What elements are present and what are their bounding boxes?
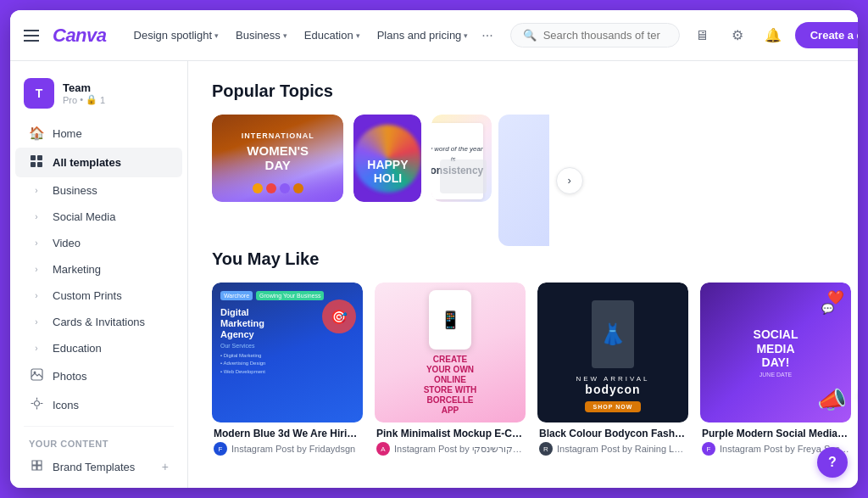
team-name: Team <box>63 81 105 94</box>
sidebar-divider <box>24 426 174 427</box>
topic-card-womensday[interactable]: INTERNATIONAL WOMEN'SDAY International W… <box>212 115 343 202</box>
card-image-pink: 📱 CREATEYOUR OWNONLINESTORE WITHBORCELLE… <box>375 283 526 422</box>
templates-icon <box>29 154 44 171</box>
chevron-down-icon: ▾ <box>464 31 468 40</box>
card-pink-store[interactable]: 📱 CREATEYOUR OWNONLINESTORE WITHBORCELLE… <box>375 283 526 457</box>
svg-point-6 <box>34 401 39 406</box>
sidebar-item-home[interactable]: 🏠 Home <box>15 119 182 148</box>
cards-section: Warchore Growing Your Business DigitalMa… <box>212 283 834 457</box>
card-footer: Modern Blue 3d We Are Hiring... F Instag… <box>212 422 363 457</box>
svg-rect-2 <box>31 162 36 167</box>
topics-row: INTERNATIONAL WOMEN'SDAY International W… <box>212 115 834 246</box>
help-button[interactable]: ? <box>817 447 848 478</box>
hamburger-button[interactable] <box>24 30 39 42</box>
sidebar-item-starred[interactable]: ★ Starred <box>15 481 182 488</box>
team-info: Team Pro • 🔒 1 <box>63 81 105 105</box>
card-author-icon-pink: A <box>376 442 390 456</box>
settings-icon[interactable]: ⚙ <box>724 22 751 49</box>
card-author-icon: F <box>214 442 227 456</box>
card-footer-pink: Pink Minimalist Mockup E-Co... A Instagr… <box>375 422 526 457</box>
card-author-icon-purple: F <box>702 442 715 456</box>
topics-grid: INTERNATIONAL WOMEN'SDAY International W… <box>212 115 492 202</box>
add-brand-template-icon[interactable]: + <box>162 460 169 473</box>
search-input[interactable] <box>543 29 667 42</box>
bell-icon[interactable]: 🔔 <box>760 22 787 49</box>
sidebar-item-photos[interactable]: Photos <box>15 361 182 390</box>
your-content-label: Your Content <box>10 434 187 452</box>
create-design-button[interactable]: Create a design <box>795 22 858 48</box>
header-right: 🔍 🖥 ⚙ 🔔 Create a design P <box>510 22 858 49</box>
home-icon: 🏠 <box>29 126 44 141</box>
sidebar-item-business[interactable]: › Business <box>15 177 182 204</box>
topic-card-inspirational[interactable]: My word of the year isConsistency Inspir… <box>431 115 491 202</box>
sidebar-item-education[interactable]: › Education <box>15 335 182 361</box>
card-image-digital: Warchore Growing Your Business DigitalMa… <box>212 283 363 422</box>
card-black-bodycon[interactable]: 👗 new arrival bodycon SHOP NOW Black Col… <box>537 283 688 457</box>
photos-icon <box>29 368 44 383</box>
sidebar-item-all-templates[interactable]: All templates <box>15 148 182 177</box>
card-footer-black: Black Colour Bodycon Fashio... R Instagr… <box>537 422 688 457</box>
cards-grid: Warchore Growing Your Business DigitalMa… <box>212 283 851 457</box>
topic-card-overflow[interactable] <box>498 115 549 246</box>
chevron-right-icon: › <box>29 265 44 274</box>
chevron-right-icon: › <box>29 186 44 195</box>
sidebar-item-video[interactable]: › Video <box>15 230 182 256</box>
chevron-right-icon: › <box>29 238 44 248</box>
chevron-right-icon: › <box>29 212 44 221</box>
header: Canva Design spotlight ▾ Business ▾ Educ… <box>10 10 858 61</box>
chevron-down-icon: ▾ <box>283 31 287 40</box>
nav-design-spotlight[interactable]: Design spotlight ▾ <box>127 24 226 47</box>
sidebar-item-cards-invitations[interactable]: › Cards & Invitations <box>15 309 182 335</box>
team-plan: Pro • 🔒 1 <box>63 94 105 105</box>
team-avatar: T <box>24 78 54 109</box>
chevron-down-icon: ▾ <box>356 31 360 40</box>
nav-business[interactable]: Business ▾ <box>229 24 294 47</box>
sidebar-item-brand-templates[interactable]: Brand Templates + <box>15 452 182 481</box>
card-purple-social[interactable]: ❤️ 💬 SOCIALMEDIADAY! JUNE DATE 📣 Purple … <box>700 283 851 457</box>
body: T Team Pro • 🔒 1 🏠 Home <box>10 61 858 488</box>
svg-rect-0 <box>31 155 36 160</box>
sidebar: T Team Pro • 🔒 1 🏠 Home <box>10 61 188 488</box>
search-bar[interactable]: 🔍 <box>510 23 680 48</box>
sidebar-nav: 🏠 Home All templates › Business › Social… <box>10 119 187 419</box>
monitor-icon[interactable]: 🖥 <box>688 22 715 49</box>
card-image-purple: ❤️ 💬 SOCIALMEDIADAY! JUNE DATE 📣 <box>700 283 851 422</box>
logo[interactable]: Canva <box>53 25 107 47</box>
app-window: Canva Design spotlight ▾ Business ▾ Educ… <box>10 10 858 488</box>
nav-more-button[interactable]: ··· <box>478 25 496 47</box>
nav-plans[interactable]: Plans and pricing ▾ <box>370 24 476 47</box>
popular-topics-title: Popular Topics <box>212 81 834 101</box>
main-nav: Design spotlight ▾ Business ▾ Education … <box>127 24 497 47</box>
team-section: T Team Pro • 🔒 1 <box>10 71 187 119</box>
card-image-black: 👗 new arrival bodycon SHOP NOW <box>537 283 688 422</box>
nav-education[interactable]: Education ▾ <box>298 24 367 47</box>
search-icon: 🔍 <box>523 29 537 42</box>
svg-rect-1 <box>37 155 42 160</box>
icons-icon <box>29 397 44 412</box>
sidebar-item-social-media[interactable]: › Social Media <box>15 204 182 230</box>
main-content: Popular Topics INTERNATIONAL WOMEN'SDAY <box>188 61 858 488</box>
sidebar-item-marketing[interactable]: › Marketing <box>15 256 182 283</box>
topic-card-holi[interactable]: HAPPYHOLI Holi <box>353 115 421 202</box>
chevron-down-icon: ▾ <box>214 31 219 40</box>
brand-templates-icon <box>29 459 44 474</box>
chevron-right-icon: › <box>29 317 44 327</box>
card-author-icon-black: R <box>539 442 553 456</box>
svg-rect-3 <box>37 162 42 167</box>
card-digital-marketing[interactable]: Warchore Growing Your Business DigitalMa… <box>212 283 363 457</box>
chevron-right-icon: › <box>29 291 44 300</box>
sidebar-item-icons[interactable]: Icons <box>15 390 182 419</box>
chevron-right-icon: › <box>29 344 44 353</box>
sidebar-item-custom-prints[interactable]: › Custom Prints <box>15 283 182 309</box>
topics-next-button[interactable]: › <box>556 167 583 194</box>
you-may-like-title: You May Like <box>212 249 834 269</box>
